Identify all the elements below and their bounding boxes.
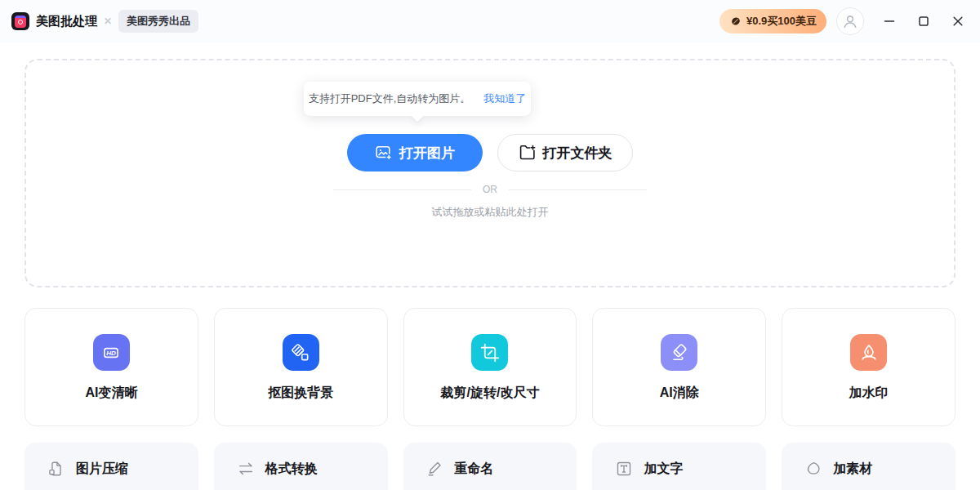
tool-card[interactable]: 格式转换 [214, 443, 388, 490]
open-folder-label: 打开文件夹 [543, 144, 612, 163]
buy-beans-button[interactable]: ¥0.9买100美豆 [719, 9, 826, 33]
feature-label: 裁剪/旋转/改尺寸 [441, 385, 540, 402]
or-label: OR [483, 184, 497, 195]
hd-icon [100, 342, 122, 363]
open-image-button[interactable]: 打开图片 [347, 134, 483, 172]
file-dropzone[interactable]: 支持打开PDF文件,自动转为图片。 我知道了 打开图片 打开文件夹 OR 试试拖… [24, 59, 956, 287]
tool-card[interactable]: 加文字 [592, 443, 766, 490]
pdf-tooltip-text: 支持打开PDF文件,自动转为图片。 [309, 91, 471, 106]
tool-card[interactable]: 图片压缩 [24, 443, 198, 490]
bean-icon [729, 15, 742, 28]
tool-label: 加文字 [644, 460, 683, 478]
crop-icon [479, 342, 501, 363]
feature-icon-tile [283, 334, 319, 371]
tooltip-arrow [412, 110, 423, 122]
cutout-icon [290, 342, 311, 363]
tool-card[interactable]: 加素材 [782, 443, 956, 490]
publisher-badge: 美图秀秀出品 [118, 10, 198, 33]
avatar[interactable] [836, 7, 864, 35]
app-title: 美图批处理 [36, 14, 97, 29]
feature-label: 加水印 [849, 385, 889, 402]
title-separator-icon: ✕ [104, 16, 112, 27]
tool-card[interactable]: 重命名 [403, 443, 577, 490]
tool-label: 重命名 [455, 460, 494, 478]
feature-card[interactable]: 抠图换背景 [214, 308, 388, 426]
rename-icon [426, 460, 444, 478]
feature-card[interactable]: AI消除 [592, 308, 766, 426]
feature-label: 抠图换背景 [268, 385, 333, 402]
tool-label: 图片压缩 [76, 460, 128, 478]
feature-icon-tile [661, 334, 697, 371]
add-text-icon [615, 460, 633, 478]
feature-icon-tile [471, 334, 508, 371]
open-image-label: 打开图片 [399, 144, 455, 163]
app-logo-icon [11, 12, 29, 30]
feature-label: AI消除 [660, 385, 699, 402]
tooltip-dismiss-link[interactable]: 我知道了 [483, 91, 526, 106]
watermark-icon [858, 342, 880, 363]
feature-label: AI变清晰 [85, 385, 137, 402]
titlebar: 美图批处理 ✕ 美图秀秀出品 ¥0.9买100美豆 [0, 0, 980, 42]
feature-cards-row: AI变清晰 抠图换背景 裁剪/旋转/改尺寸 AI消除 加水印 [24, 308, 956, 426]
compress-icon [47, 460, 65, 478]
drop-hint: 试试拖放或粘贴此处打开 [26, 204, 954, 220]
maximize-button[interactable] [906, 7, 941, 36]
maximize-icon [915, 13, 932, 29]
tool-cards-row: 图片压缩 格式转换 重命名 加文字 加素材 [24, 443, 956, 490]
feature-card[interactable]: 裁剪/旋转/改尺寸 [403, 308, 577, 426]
convert-icon [237, 460, 255, 478]
window-controls [872, 7, 975, 36]
feature-card[interactable]: AI变清晰 [24, 308, 198, 426]
buy-beans-label: ¥0.9买100美豆 [746, 14, 817, 29]
feature-card[interactable]: 加水印 [782, 308, 956, 426]
close-icon [950, 13, 966, 29]
person-icon [840, 11, 860, 31]
image-plus-icon [375, 144, 393, 162]
tool-label: 加素材 [833, 460, 872, 478]
or-divider: OR [333, 181, 647, 198]
open-buttons-row: 打开图片 打开文件夹 [26, 134, 954, 172]
feature-icon-tile [93, 334, 130, 371]
tool-label: 格式转换 [265, 460, 318, 478]
eraser-icon [669, 342, 690, 363]
minimize-button[interactable] [872, 7, 906, 36]
open-folder-button[interactable]: 打开文件夹 [497, 134, 633, 172]
sticker-icon [804, 460, 822, 478]
folder-plus-icon [519, 144, 537, 162]
feature-icon-tile [850, 334, 887, 371]
minimize-icon [881, 13, 898, 29]
close-button[interactable] [941, 7, 975, 36]
pdf-tooltip: 支持打开PDF文件,自动转为图片。 我知道了 [304, 82, 531, 116]
